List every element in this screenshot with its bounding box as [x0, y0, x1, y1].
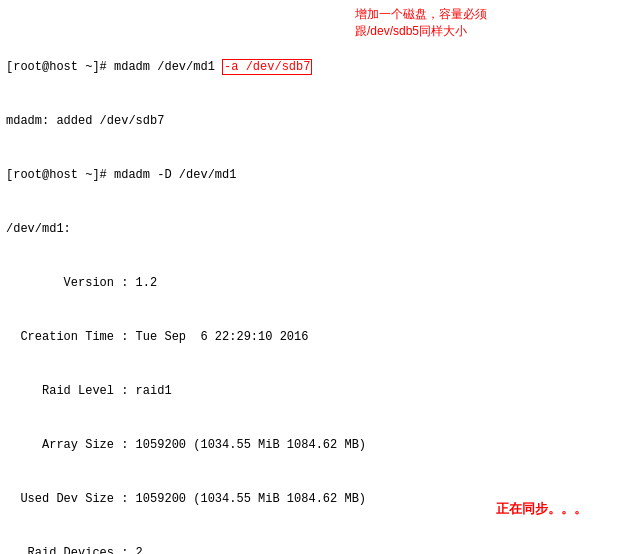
md1-label: /dev/md1:	[6, 220, 611, 238]
sync-annotation-text: 正在同步。。。	[496, 501, 587, 516]
arraysize-line: Array Size : 1059200 (1034.55 MiB 1084.6…	[6, 436, 611, 454]
terminal-output: [root@host ~]# mdadm /dev/md1 -a /dev/sd…	[0, 0, 617, 554]
prompt-1: [root@host ~]# mdadm /dev/md1	[6, 60, 222, 74]
top-annotation: 增加一个磁盘，容量必须 跟/dev/sdb5同样大小	[355, 6, 487, 40]
cmd-highlight-1: -a /dev/sdb7	[222, 59, 312, 75]
top-annotation-line2: 跟/dev/sdb5同样大小	[355, 24, 467, 38]
cmd-line-1: [root@host ~]# mdadm /dev/md1 -a /dev/sd…	[6, 58, 611, 76]
creation-line: Creation Time : Tue Sep 6 22:29:10 2016	[6, 328, 611, 346]
cmd-output-1: mdadm: added /dev/sdb7	[6, 112, 611, 130]
cmd-line-2: [root@host ~]# mdadm -D /dev/md1	[6, 166, 611, 184]
version-line: Version : 1.2	[6, 274, 611, 292]
top-annotation-line1: 增加一个磁盘，容量必须	[355, 7, 487, 21]
sync-annotation: 正在同步。。。	[496, 500, 587, 518]
raiddev-line: Raid Devices : 2	[6, 544, 611, 554]
raidlevel-line: Raid Level : raid1	[6, 382, 611, 400]
